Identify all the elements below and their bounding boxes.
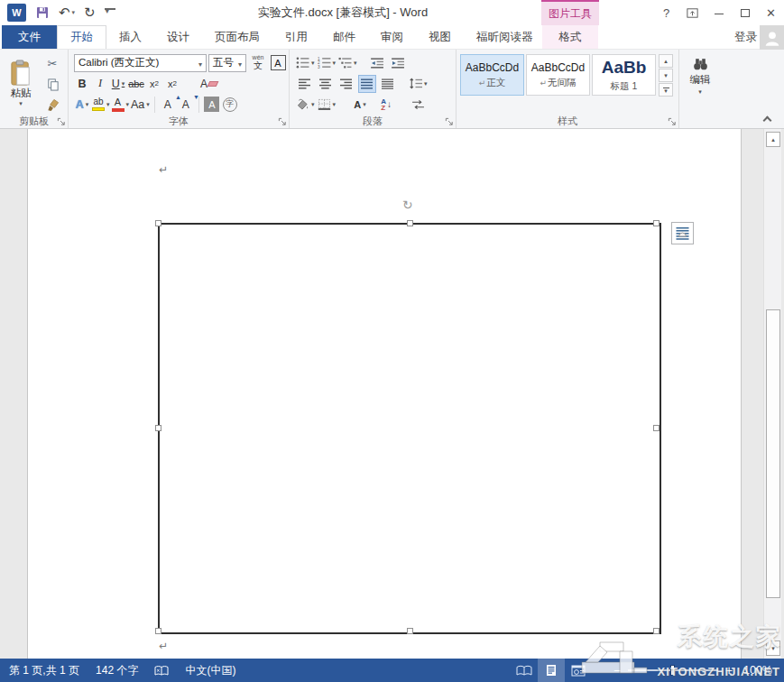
- zoom-in-button[interactable]: +: [722, 663, 736, 677]
- change-case-button[interactable]: Aa: [131, 96, 150, 114]
- proofing-status[interactable]: [154, 665, 169, 677]
- styles-dialog-launcher[interactable]: [667, 116, 677, 126]
- decrease-indent-button[interactable]: [369, 54, 387, 72]
- account-avatar[interactable]: [760, 25, 784, 50]
- font-dialog-launcher[interactable]: [277, 116, 287, 126]
- show-hide-marks-button[interactable]: [409, 96, 427, 114]
- handle-bottom-left[interactable]: [155, 628, 161, 634]
- tab-design[interactable]: 设计: [154, 25, 202, 49]
- italic-button[interactable]: I: [92, 75, 108, 93]
- increase-indent-button[interactable]: [390, 54, 408, 72]
- gallery-up-button[interactable]: ▴: [659, 54, 673, 68]
- tab-home[interactable]: 开始: [57, 25, 106, 49]
- handle-top-center[interactable]: [407, 220, 413, 226]
- zoom-slider[interactable]: [628, 669, 718, 671]
- enclose-characters-button[interactable]: 字: [222, 96, 238, 114]
- shading-button[interactable]: [296, 96, 315, 114]
- save-icon[interactable]: [35, 5, 50, 20]
- scroll-down-button[interactable]: ▾: [766, 641, 780, 656]
- gallery-more-button[interactable]: ▾: [659, 83, 673, 97]
- borders-button[interactable]: [318, 96, 337, 114]
- zoom-slider-thumb[interactable]: [670, 665, 675, 676]
- subscript-button[interactable]: x2: [146, 75, 162, 93]
- minimize-button[interactable]: [706, 0, 732, 25]
- selected-picture[interactable]: [158, 223, 661, 634]
- underline-button[interactable]: U: [110, 75, 126, 93]
- text-effects-button[interactable]: A: [74, 96, 90, 114]
- ribbon-display-options-button[interactable]: [679, 0, 706, 25]
- tab-review[interactable]: 审阅: [368, 25, 416, 49]
- handle-middle-right[interactable]: [653, 425, 659, 431]
- language-indicator[interactable]: 中文(中国): [185, 663, 235, 678]
- layout-options-button[interactable]: [671, 222, 694, 244]
- collapse-ribbon-button[interactable]: [761, 115, 773, 124]
- align-center-button[interactable]: [317, 75, 335, 93]
- style-no-spacing[interactable]: AaBbCcDd ↵无间隔: [526, 54, 590, 96]
- paste-button[interactable]: 粘贴: [2, 52, 40, 112]
- tab-page-layout[interactable]: 页面布局: [202, 25, 272, 49]
- tab-view[interactable]: 视图: [416, 25, 464, 49]
- numbering-button[interactable]: [318, 54, 337, 72]
- paragraph-dialog-launcher[interactable]: [444, 116, 454, 126]
- undo-button[interactable]: ↶: [59, 5, 75, 21]
- grow-font-button[interactable]: A▲: [160, 96, 176, 114]
- sort-button[interactable]: AZ↓: [377, 96, 395, 114]
- character-border-button[interactable]: A: [270, 54, 286, 72]
- distributed-button[interactable]: [379, 75, 397, 93]
- zoom-level[interactable]: 100%: [743, 664, 772, 677]
- read-mode-button[interactable]: [511, 659, 538, 682]
- tab-foxit-reader[interactable]: 福昕阅读器: [464, 25, 546, 49]
- font-color-button[interactable]: A: [112, 96, 130, 114]
- tab-mailings[interactable]: 邮件: [320, 25, 368, 49]
- scroll-up-button[interactable]: ▴: [766, 132, 780, 147]
- scrollbar-thumb[interactable]: [766, 309, 780, 598]
- tab-references[interactable]: 引用: [272, 25, 320, 49]
- strikethrough-button[interactable]: abc: [128, 75, 144, 93]
- highlight-color-button[interactable]: ab: [92, 96, 110, 114]
- close-button[interactable]: ✕: [758, 0, 784, 25]
- clipboard-dialog-launcher[interactable]: [56, 116, 66, 126]
- tab-insert[interactable]: 插入: [106, 25, 154, 49]
- page-indicator[interactable]: 第 1 页,共 1 页: [9, 663, 79, 678]
- asian-layout-button[interactable]: A: [351, 96, 369, 114]
- style-normal[interactable]: AaBbCcDd ↵正文: [460, 54, 524, 96]
- gallery-down-button[interactable]: ▾: [659, 69, 673, 82]
- tab-picture-format[interactable]: 格式: [542, 25, 598, 49]
- format-painter-button[interactable]: [42, 96, 63, 114]
- justify-button[interactable]: [358, 75, 376, 93]
- shrink-font-button[interactable]: A▼: [178, 96, 194, 114]
- font-family-combobox[interactable]: Calibri (西文正文): [74, 54, 207, 72]
- handle-middle-left[interactable]: [155, 425, 161, 431]
- vertical-scrollbar[interactable]: ▴ ▾: [763, 129, 781, 659]
- character-shading-button[interactable]: A: [204, 96, 220, 114]
- bold-button[interactable]: B: [74, 75, 90, 93]
- style-heading-1[interactable]: AaBb 标题 1: [592, 54, 656, 96]
- tab-file[interactable]: 文件: [2, 25, 57, 49]
- handle-bottom-center[interactable]: [407, 628, 413, 634]
- bullets-button[interactable]: [296, 54, 315, 72]
- cut-button[interactable]: ✂: [42, 54, 63, 72]
- print-layout-button[interactable]: [538, 659, 565, 682]
- multilevel-list-button[interactable]: [338, 54, 357, 72]
- handle-bottom-right[interactable]: [653, 628, 659, 634]
- word-logo-icon[interactable]: W: [7, 4, 26, 22]
- web-layout-button[interactable]: [565, 659, 592, 682]
- sign-in-link[interactable]: 登录: [734, 25, 757, 50]
- rotation-handle[interactable]: ↻: [402, 198, 413, 212]
- align-left-button[interactable]: [296, 75, 314, 93]
- phonetic-guide-button[interactable]: wén文: [248, 54, 268, 72]
- maximize-button[interactable]: [732, 0, 758, 25]
- word-count[interactable]: 142 个字: [96, 663, 138, 678]
- superscript-button[interactable]: x2: [164, 75, 180, 93]
- handle-top-left[interactable]: [155, 220, 161, 226]
- copy-button[interactable]: [42, 75, 63, 93]
- handle-top-right[interactable]: [653, 220, 659, 226]
- group-editing[interactable]: 编辑: [679, 50, 721, 128]
- clear-formatting-button[interactable]: A: [200, 75, 217, 93]
- redo-button[interactable]: ↻: [84, 5, 96, 21]
- font-size-combobox[interactable]: 五号: [208, 54, 246, 72]
- customize-qat-button[interactable]: [105, 8, 115, 17]
- zoom-out-button[interactable]: −: [610, 663, 624, 677]
- help-button[interactable]: ?: [653, 0, 679, 25]
- align-right-button[interactable]: [337, 75, 355, 93]
